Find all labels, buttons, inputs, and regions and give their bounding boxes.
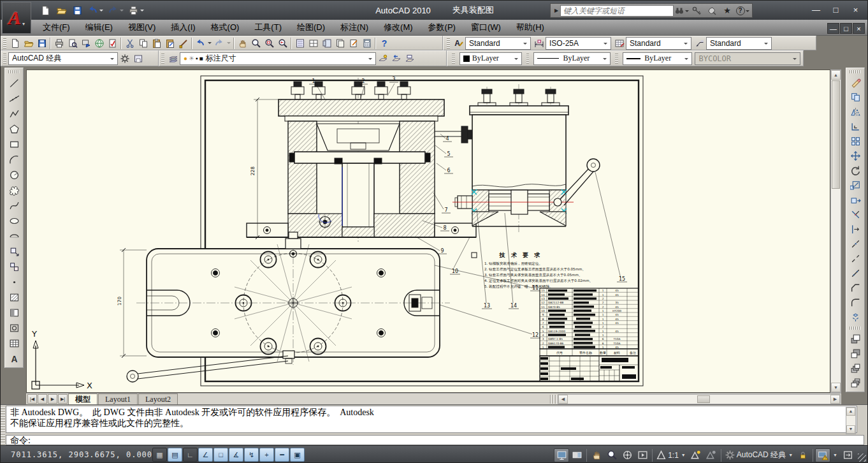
- qat-undo-button[interactable]: [85, 3, 105, 17]
- rectangle-tool[interactable]: [6, 136, 22, 152]
- doc-close-button[interactable]: ×: [853, 23, 865, 34]
- steering-wheel-button[interactable]: [619, 448, 635, 462]
- ellipse-tool[interactable]: [6, 213, 22, 228]
- annotation-autoscale-button[interactable]: [704, 448, 719, 462]
- command-scroll-down-button[interactable]: ▼: [846, 425, 855, 434]
- qat-plot-button[interactable]: [126, 3, 146, 17]
- polygon-tool[interactable]: [6, 121, 22, 136]
- color-combo[interactable]: ByLayer: [459, 52, 522, 65]
- communication-center-button[interactable]: [704, 4, 720, 17]
- layer-properties-button[interactable]: [166, 52, 180, 65]
- scroll-left-button[interactable]: ◀: [558, 395, 568, 404]
- toolbar-grip[interactable]: [161, 54, 164, 64]
- revision-cloud-tool[interactable]: [6, 182, 22, 198]
- cut-button[interactable]: [123, 36, 136, 50]
- toolbar-grip[interactable]: [447, 38, 450, 48]
- extend-tool[interactable]: [847, 222, 864, 237]
- model-space-button[interactable]: [554, 448, 569, 462]
- make-object-layer-current-button[interactable]: [376, 52, 389, 65]
- qat-open-button[interactable]: [54, 3, 69, 17]
- command-scroll-up-button[interactable]: ▲: [846, 408, 855, 416]
- redo-button[interactable]: [213, 36, 232, 50]
- polyline-tool[interactable]: [6, 106, 22, 121]
- erase-tool[interactable]: [847, 75, 864, 90]
- paste-button[interactable]: [150, 36, 163, 50]
- infocenter-expand-icon[interactable]: ▶: [553, 8, 560, 13]
- paste-special-button[interactable]: [163, 36, 177, 50]
- application-menu-button[interactable]: A ▾: [2, 2, 31, 34]
- tab-layout1[interactable]: Layout1: [98, 393, 138, 404]
- layer-combo[interactable]: ●☀▪■ 标注尺寸: [180, 52, 376, 65]
- model-space-canvas[interactable]: 228: [27, 70, 831, 393]
- multiline-text-tool[interactable]: [6, 351, 22, 366]
- gradient-tool[interactable]: [6, 305, 22, 320]
- dyn-toggle[interactable]: +: [259, 448, 274, 462]
- hatch-tool[interactable]: [6, 290, 22, 305]
- table-style-icon[interactable]: [612, 36, 626, 50]
- coordinates-display[interactable]: 7011.3615, 2903.6675, 0.0000: [11, 450, 157, 459]
- annotation-scale-button[interactable]: 1:1 ▼: [655, 448, 688, 462]
- menu-format[interactable]: 格式(O): [203, 20, 247, 36]
- scroll-up-button[interactable]: ▲: [831, 70, 841, 80]
- menu-parametric[interactable]: 参数(P): [421, 20, 463, 36]
- maximize-button[interactable]: □: [827, 3, 845, 16]
- tab-last-button[interactable]: ▶|: [58, 394, 68, 404]
- status-zoom-button[interactable]: [604, 448, 619, 462]
- tab-next-button[interactable]: ▶: [48, 394, 57, 404]
- construction-line-tool[interactable]: [6, 91, 22, 106]
- toolbar-lock-button[interactable]: [795, 448, 811, 462]
- toolbar-grip[interactable]: [526, 54, 530, 64]
- trim-tool[interactable]: [847, 207, 864, 222]
- table-style-combo[interactable]: Standard: [626, 37, 691, 50]
- status-bar-menu-button[interactable]: [815, 448, 830, 462]
- multileader-style-icon[interactable]: [693, 36, 706, 50]
- osnap-toggle[interactable]: □: [213, 448, 228, 462]
- lineweight-combo[interactable]: ByLayer: [623, 52, 692, 65]
- break-tool[interactable]: [847, 251, 864, 266]
- qat-redo-button[interactable]: [106, 3, 126, 17]
- tab-scrollbar-splitter[interactable]: [550, 395, 556, 404]
- zoom-previous-button[interactable]: [276, 36, 289, 50]
- text-style-combo[interactable]: Standard: [465, 37, 531, 50]
- fillet-tool[interactable]: [847, 295, 864, 310]
- qat-save-button[interactable]: [69, 3, 85, 17]
- publish-button[interactable]: [79, 36, 92, 50]
- lwt-toggle[interactable]: ━: [275, 448, 289, 462]
- command-window-grip[interactable]: [1, 406, 5, 445]
- offset-tool[interactable]: [847, 119, 864, 134]
- 3d-dwf-button[interactable]: [92, 36, 106, 50]
- menu-dimension[interactable]: 标注(N): [333, 20, 376, 36]
- toolbar-grip[interactable]: [8, 70, 20, 73]
- menu-edit[interactable]: 编辑(E): [78, 20, 120, 36]
- undo-button[interactable]: [194, 36, 213, 50]
- menu-modify[interactable]: 修改(M): [376, 20, 421, 36]
- designcenter-button[interactable]: [307, 36, 320, 50]
- array-tool[interactable]: [847, 134, 864, 149]
- bring-above-objects-tool[interactable]: [847, 361, 864, 376]
- command-scrollbar[interactable]: ▲ ▼: [846, 407, 856, 434]
- resize-grip[interactable]: [858, 453, 866, 462]
- pan-button[interactable]: [236, 36, 249, 50]
- new-button[interactable]: [8, 36, 22, 50]
- ducs-toggle[interactable]: ↯: [244, 448, 259, 462]
- command-prompt[interactable]: 命令:: [6, 435, 864, 445]
- qat-new-button[interactable]: [38, 3, 53, 17]
- join-tool[interactable]: [847, 266, 864, 281]
- tab-model[interactable]: 模型: [68, 393, 98, 404]
- ellipse-arc-tool[interactable]: [6, 228, 22, 244]
- linetype-combo[interactable]: ByLayer: [533, 52, 611, 65]
- ortho-toggle[interactable]: ∟: [183, 448, 198, 462]
- favorites-button[interactable]: ★: [720, 4, 735, 17]
- table-tool[interactable]: [6, 335, 22, 351]
- toolbar-grip[interactable]: [850, 327, 861, 330]
- menu-draw[interactable]: 绘图(D): [289, 20, 333, 36]
- workspace-settings-button[interactable]: [118, 52, 131, 65]
- search-input[interactable]: [560, 5, 674, 17]
- help-button[interactable]: [377, 36, 391, 50]
- subscription-center-button[interactable]: [689, 4, 704, 17]
- toolbar-grip[interactable]: [615, 54, 618, 64]
- spline-tool[interactable]: [6, 198, 22, 213]
- show-motion-button[interactable]: [635, 448, 650, 462]
- workspace-combo[interactable]: AutoCAD 经典: [8, 52, 118, 65]
- line-tool[interactable]: [6, 75, 22, 91]
